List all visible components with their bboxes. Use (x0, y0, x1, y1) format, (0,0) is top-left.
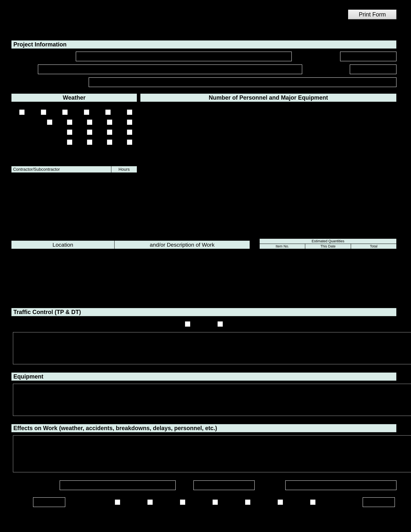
project-information-header: Project Information (11, 40, 396, 49)
weather-cb-r1-5[interactable] (105, 110, 111, 115)
effects-textarea[interactable] (13, 435, 411, 472)
weather-cb-r1-6[interactable] (127, 110, 132, 115)
traffic-cb-yes[interactable] (185, 322, 190, 327)
weather-header: Weather (11, 94, 137, 102)
effects-on-work-header: Effects on Work (weather, accidents, bre… (11, 424, 396, 432)
weather-cb-r1-4[interactable] (84, 110, 89, 115)
weather-cb-r3-1[interactable] (67, 130, 72, 135)
description-of-work-header: and/or Description of Work (114, 240, 250, 249)
bottom-cb-2[interactable] (148, 500, 153, 505)
weather-cb-r1-3[interactable] (62, 110, 67, 115)
bottom-cb-5[interactable] (245, 500, 250, 505)
hours-header: Hours (111, 166, 137, 173)
weather-cb-r3-2[interactable] (87, 130, 92, 135)
weather-cb-r3-3[interactable] (107, 130, 112, 135)
equipment-header: Equipment (11, 372, 396, 381)
equipment-textarea[interactable] (13, 384, 411, 416)
project-location-input[interactable] (89, 77, 396, 87)
bottom-cb-4[interactable] (213, 500, 218, 505)
contractor-subcontractor-header: Contractor/Subcontractor (11, 166, 111, 173)
weather-cb-r4-4[interactable] (127, 140, 132, 145)
traffic-control-header: Traffic Control (TP & DT) (11, 308, 396, 316)
estimated-quantities-header: Estimated Quantities (260, 238, 396, 244)
weather-cb-r4-3[interactable] (107, 140, 112, 145)
bottom-right-input[interactable] (363, 497, 395, 507)
bottom-cb-7[interactable] (310, 500, 315, 505)
weather-cb-r2-3[interactable] (87, 120, 92, 125)
traffic-control-textarea[interactable] (13, 332, 411, 364)
bottom-cb-3[interactable] (180, 500, 185, 505)
weather-cb-r2-5[interactable] (127, 120, 132, 125)
inspector-name-input[interactable] (60, 480, 176, 490)
item-no-header: Item No. (260, 244, 305, 249)
project-title-input[interactable] (76, 52, 292, 61)
traffic-cb-no[interactable] (218, 322, 223, 327)
bottom-cb-6[interactable] (278, 500, 283, 505)
project-number-input[interactable] (350, 65, 396, 74)
weather-cb-r3-4[interactable] (127, 130, 132, 135)
weather-cb-r1-1[interactable] (19, 110, 25, 115)
weather-cb-r2-1[interactable] (47, 120, 52, 125)
print-form-button[interactable]: Print Form (348, 10, 396, 19)
bottom-cb-1[interactable] (115, 500, 120, 505)
weather-cb-r4-2[interactable] (87, 140, 92, 145)
project-date-input[interactable] (340, 52, 396, 61)
this-date-header: This Date (305, 244, 351, 249)
personnel-equipment-header: Number of Personnel and Major Equipment (140, 94, 396, 102)
weather-cb-r2-2[interactable] (67, 120, 72, 125)
location-header: Location (11, 240, 114, 249)
project-name-input[interactable] (38, 65, 302, 74)
weather-cb-r1-2[interactable] (41, 110, 46, 115)
weather-cb-r2-4[interactable] (107, 120, 112, 125)
weather-cb-r4-1[interactable] (67, 140, 72, 145)
total-header: Total (351, 244, 396, 249)
inspector-id-input[interactable] (193, 480, 255, 490)
date-signed-input[interactable] (285, 480, 396, 490)
